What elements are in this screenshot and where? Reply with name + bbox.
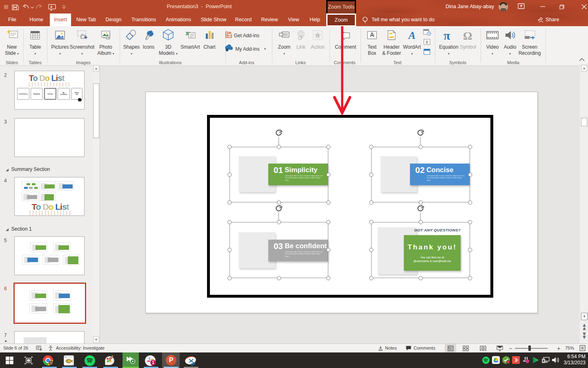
svg-text:#: #: [426, 40, 428, 45]
svg-text:A: A: [408, 29, 415, 41]
